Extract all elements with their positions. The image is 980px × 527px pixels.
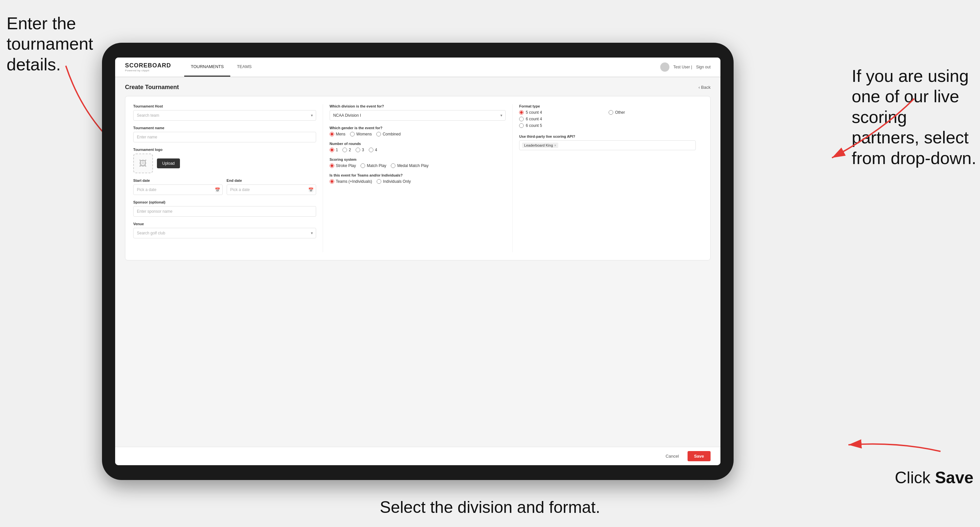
rounds-4-radio[interactable] bbox=[369, 148, 373, 152]
name-input[interactable] bbox=[133, 132, 316, 142]
rounds-radio-group: 1 2 3 4 bbox=[329, 148, 506, 152]
annotation-enter-details: Enter the tournament details. bbox=[6, 13, 99, 75]
scoring-match-radio[interactable] bbox=[361, 163, 365, 168]
scoring-match[interactable]: Match Play bbox=[361, 163, 386, 168]
format-type-grid: 5 count 4 Other 6 count 4 bbox=[519, 110, 696, 128]
navbar: SCOREBOARD Powered by clippit TOURNAMENT… bbox=[115, 57, 721, 77]
scoring-medal-label: Medal Match Play bbox=[397, 163, 428, 168]
scoring-group: Scoring system Stroke Play Match Play bbox=[329, 157, 506, 168]
format-5count4[interactable]: 5 count 4 bbox=[519, 110, 606, 115]
logo-placeholder: 🖼 bbox=[133, 154, 153, 173]
upload-button[interactable]: Upload bbox=[157, 159, 180, 168]
scoring-medal-radio[interactable] bbox=[391, 163, 395, 168]
scoring-stroke-radio[interactable] bbox=[329, 163, 334, 168]
end-date-label: End date bbox=[227, 178, 316, 183]
start-date-label: Start date bbox=[133, 178, 223, 183]
form-footer: Cancel Save bbox=[115, 447, 721, 465]
venue-input[interactable] bbox=[133, 228, 316, 238]
rounds-1[interactable]: 1 bbox=[329, 148, 338, 152]
format-5count4-radio[interactable] bbox=[519, 110, 524, 115]
host-input[interactable] bbox=[133, 110, 316, 121]
live-scoring-tag-input[interactable]: Leaderboard King × bbox=[519, 140, 696, 150]
rounds-1-label: 1 bbox=[336, 148, 338, 152]
gender-womens-radio[interactable] bbox=[350, 132, 355, 137]
end-date-input[interactable] bbox=[227, 184, 316, 195]
scoring-medal[interactable]: Medal Match Play bbox=[391, 163, 428, 168]
scoring-label: Scoring system bbox=[329, 157, 506, 162]
division-select-wrapper: NCAA Division I bbox=[329, 110, 506, 121]
live-scoring-tag-remove[interactable]: × bbox=[554, 144, 556, 147]
start-date-wrapper: 📅 bbox=[133, 184, 223, 195]
rounds-2[interactable]: 2 bbox=[342, 148, 351, 152]
end-date-wrapper: 📅 bbox=[227, 184, 316, 195]
scoring-radio-group: Stroke Play Match Play Medal Match Play bbox=[329, 163, 506, 168]
save-button[interactable]: Save bbox=[687, 451, 711, 461]
start-date-group: Start date 📅 bbox=[133, 178, 223, 195]
rounds-3-radio[interactable] bbox=[356, 148, 360, 152]
name-label: Tournament name bbox=[133, 126, 316, 130]
user-name: Test User | bbox=[673, 65, 692, 69]
teams-teams[interactable]: Teams (+Individuals) bbox=[329, 179, 372, 184]
format-other-label: Other bbox=[615, 110, 625, 115]
rounds-2-radio[interactable] bbox=[342, 148, 347, 152]
format-6count4-label: 6 count 4 bbox=[526, 117, 542, 121]
rounds-1-radio[interactable] bbox=[329, 148, 334, 152]
gender-mens[interactable]: Mens bbox=[329, 132, 345, 137]
gender-radio-group: Mens Womens Combined bbox=[329, 132, 506, 137]
logo-group: Tournament logo 🖼 Upload bbox=[133, 148, 316, 173]
form-card: Tournament Host Tournament name Tourname… bbox=[125, 96, 711, 260]
page-title: Create Tournament bbox=[125, 84, 698, 91]
gender-mens-radio[interactable] bbox=[329, 132, 334, 137]
end-date-group: End date 📅 bbox=[227, 178, 316, 195]
venue-group: Venue bbox=[133, 222, 316, 238]
cancel-button[interactable]: Cancel bbox=[660, 451, 684, 461]
format-6count4[interactable]: 6 count 4 bbox=[519, 117, 606, 121]
format-6count5[interactable]: 6 count 5 bbox=[519, 123, 606, 128]
rounds-4[interactable]: 4 bbox=[369, 148, 377, 152]
live-scoring-group: Use third-party live scoring API? Leader… bbox=[519, 135, 696, 150]
tab-tournaments[interactable]: TOURNAMENTS bbox=[184, 57, 230, 76]
format-6count4-radio[interactable] bbox=[519, 117, 524, 121]
tab-teams[interactable]: TEAMS bbox=[230, 57, 258, 76]
teams-teams-label: Teams (+Individuals) bbox=[336, 179, 372, 184]
gender-combined-radio[interactable] bbox=[376, 132, 381, 137]
teams-individuals-label: Individuals Only bbox=[383, 179, 411, 184]
start-date-input[interactable] bbox=[133, 184, 223, 195]
logo-upload-area: 🖼 Upload bbox=[133, 154, 316, 173]
teams-group: Is this event for Teams and/or Individua… bbox=[329, 173, 506, 184]
host-group: Tournament Host bbox=[133, 104, 316, 121]
back-link[interactable]: ‹ Back bbox=[698, 85, 711, 90]
rounds-3-label: 3 bbox=[362, 148, 364, 152]
gender-combined-label: Combined bbox=[383, 132, 401, 137]
page-header: Create Tournament ‹ Back bbox=[125, 84, 711, 91]
host-select-wrapper bbox=[133, 110, 316, 121]
logo-title: SCOREBOARD bbox=[125, 62, 171, 69]
teams-teams-radio[interactable] bbox=[329, 179, 334, 184]
teams-individuals-radio[interactable] bbox=[377, 179, 381, 184]
format-other-radio[interactable] bbox=[609, 110, 613, 115]
teams-individuals[interactable]: Individuals Only bbox=[377, 179, 411, 184]
tablet-screen: SCOREBOARD Powered by clippit TOURNAMENT… bbox=[115, 57, 721, 465]
sign-out-link[interactable]: Sign out bbox=[696, 65, 711, 69]
scoring-stroke[interactable]: Stroke Play bbox=[329, 163, 356, 168]
venue-label: Venue bbox=[133, 222, 316, 226]
division-label: Which division is the event for? bbox=[329, 104, 506, 108]
gender-womens[interactable]: Womens bbox=[350, 132, 372, 137]
logo-sub: Powered by clippit bbox=[125, 69, 171, 72]
rounds-4-label: 4 bbox=[375, 148, 377, 152]
live-scoring-input[interactable] bbox=[560, 143, 693, 147]
form-col-1: Tournament Host Tournament name Tourname… bbox=[133, 104, 323, 252]
gender-combined[interactable]: Combined bbox=[376, 132, 401, 137]
rounds-group: Number of rounds 1 2 bbox=[329, 142, 506, 152]
gender-group: Which gender is the event for? Mens Wome… bbox=[329, 126, 506, 137]
live-scoring-tag-text: Leaderboard King bbox=[524, 143, 553, 147]
format-6count5-radio[interactable] bbox=[519, 123, 524, 128]
rounds-3[interactable]: 3 bbox=[356, 148, 364, 152]
format-other[interactable]: Other bbox=[609, 110, 696, 115]
division-group: Which division is the event for? NCAA Di… bbox=[329, 104, 506, 121]
sponsor-input[interactable] bbox=[133, 206, 316, 217]
gender-womens-label: Womens bbox=[356, 132, 372, 137]
division-select[interactable]: NCAA Division I bbox=[329, 110, 506, 121]
live-scoring-label: Use third-party live scoring API? bbox=[519, 135, 696, 138]
format-group: Format type 5 count 4 Other bbox=[519, 104, 696, 128]
